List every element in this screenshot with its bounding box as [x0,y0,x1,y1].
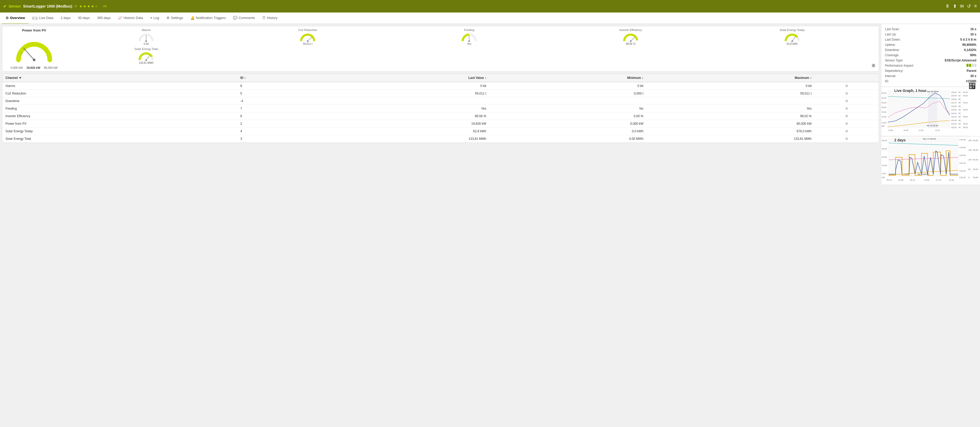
gauge-feeding: Feeding Yes [390,29,548,45]
svg-text:134,00: 134,00 [959,138,966,141]
table-row: Solar Energy Today 4 62,8 kWh 0,0 kWh 67… [2,128,879,135]
table-row: Solar Energy Total 3 133,81 MWh 0,00 MWh… [2,135,879,143]
power-card: Power from PV × 0,000 kW [2,26,879,71]
data-table: Channel ▼ ID ↕ Last Value ↕ Minimum ↕ Ma… [2,74,879,143]
cell-channel: Inverter Efficiency [2,113,237,120]
tab-settings[interactable]: ⚙ Settings [163,13,187,24]
svg-text:25,00: 25,00 [882,111,886,113]
card-settings-icon[interactable] [871,63,875,69]
svg-text:0: 0 [968,176,970,179]
svg-text:50: 50 [968,168,970,171]
refresh-icon[interactable]: ↺ [967,3,971,9]
cell-last: 59,011 t [320,90,489,97]
cell-last: 19,826 kW [320,120,489,128]
svg-text:58,20: 58,20 [963,123,968,125]
tab-30days[interactable]: 30 days [74,13,94,24]
cell-settings[interactable]: ⚙ [815,120,879,128]
cell-settings[interactable]: ⚙ [815,105,879,113]
tab-log[interactable]: ≡ Log [147,13,163,24]
big-gauge-container: Power from PV × 0,000 kW [5,29,63,69]
big-gauge: × [13,34,55,65]
gauge-labels: 0,000 kW 19,826 kW 80,000 kW [11,66,57,69]
cell-settings[interactable]: ⚙ [815,113,879,120]
cell-channel: Downtime [2,97,237,105]
tab-comments[interactable]: 💬 Comments [229,13,259,24]
cell-channel: Alarms [2,82,237,90]
small-gauges-grid: Alarms 0 bit Co2 Reduction [63,29,871,64]
svg-text:58,50: 58,50 [973,168,978,171]
svg-rect-18 [970,84,971,85]
svg-text:150: 150 [968,149,972,151]
tab-overview[interactable]: ⊙ Overview [2,13,29,24]
cell-min: 0,000 t [490,90,647,97]
col-id[interactable]: ID ↕ [237,74,320,82]
upload-icon[interactable]: ⬆ [953,3,957,9]
cell-max: 59,011 t [647,90,815,97]
cell-channel: Power from PV [2,120,237,128]
info-interval: Interval: 30 s [885,73,976,79]
right-panel: Last Scan: 16 s Last Up: 16 s Last Down:… [881,24,980,184]
menu-icon[interactable]: ≡ [974,3,977,9]
pin-icon: ⊓ [75,5,77,8]
cell-max [647,97,815,105]
svg-text:48: 48 [958,119,961,122]
cell-settings[interactable]: ⚙ [815,97,879,105]
top-bar-actions: ⏸ ⬆ ✉ ↺ ≡ [945,3,977,9]
svg-text:40,00: 40,00 [882,139,887,142]
svg-text:45,00: 45,00 [882,92,886,94]
svg-point-4 [145,40,147,42]
col-channel[interactable]: Channel ▼ [2,74,237,82]
tab-live-data[interactable]: ((·)) Live Data [29,13,57,24]
col-maximum[interactable]: Maximum ↕ [647,74,815,82]
tab-2days[interactable]: 2 days [57,13,74,24]
overview-icon: ⊙ [6,16,9,20]
gauge-co2: Co2 Reduction 59,011 t [229,29,387,45]
mail-icon[interactable]: ✉ [960,3,964,9]
svg-rect-24 [974,87,974,88]
svg-text:59,00: 59,00 [963,109,968,111]
tab-history[interactable]: 🗒 History [259,13,281,24]
svg-text:15,00: 15,00 [882,122,886,124]
table-row: Downtime -4 ⚙ [2,97,879,105]
cell-id: 3 [237,135,320,143]
col-last-value[interactable]: Last Value ↕ [320,74,489,82]
svg-text:56: 56 [958,105,961,108]
data-table-card: Channel ▼ ID ↕ Last Value ↕ Minimum ↕ Ma… [2,74,879,143]
tab-historic-data[interactable]: 📈 Historic Data [115,13,146,24]
tab-notification-triggers[interactable]: 🔔 Notification Triggers [187,13,229,24]
nav-tabs: ⊙ Overview ((·)) Live Data 2 days 30 day… [0,13,980,24]
cell-settings[interactable]: ⚙ [815,135,879,143]
cell-settings[interactable]: ⚙ [815,128,879,135]
cell-last: 98,56 % [320,113,489,120]
svg-text:×: × [21,52,23,55]
tab-365days[interactable]: 365 days [94,13,115,24]
gauge-alarms: Alarms 0 bit [67,29,225,45]
svg-rect-23 [973,87,973,88]
big-gauge-svg: × [13,34,55,62]
svg-text:Min: 0,000 kW: Min: 0,000 kW [918,173,929,175]
perf-bars [966,64,976,67]
svg-text:133,20: 133,20 [951,119,956,122]
perf-bar-3 [972,64,974,67]
power-title: Power from PV [22,29,46,34]
log-icon: ≡ [150,16,153,20]
cell-min [490,97,647,105]
svg-text:133,90: 133,90 [951,95,956,97]
main-layout: Power from PV × 0,000 kW [0,24,980,184]
col-minimum[interactable]: Minimum ↕ [490,74,647,82]
cell-min: 0,000 kW [490,120,647,128]
left-panel: Power from PV × 0,000 kW [0,24,881,184]
sensor-name: SmartLogger 1000 (Modbus) [23,4,72,8]
pause-icon[interactable]: ⏸ [945,3,950,9]
star-rating[interactable]: ★★★★☆ [79,4,99,8]
svg-text:30,00: 30,00 [882,148,887,150]
cell-settings[interactable]: ⚙ [815,90,879,97]
historic-data-icon: 📈 [118,16,122,20]
svg-text:59,00: 59,00 [973,159,978,161]
cell-settings[interactable]: ⚙ [815,82,879,90]
svg-text:60,00: 60,00 [963,91,968,94]
ok-status: OK [103,5,107,8]
svg-text:58,00: 58,00 [973,176,978,179]
svg-line-5 [308,37,312,41]
cell-last: 62,8 kWh [320,128,489,135]
